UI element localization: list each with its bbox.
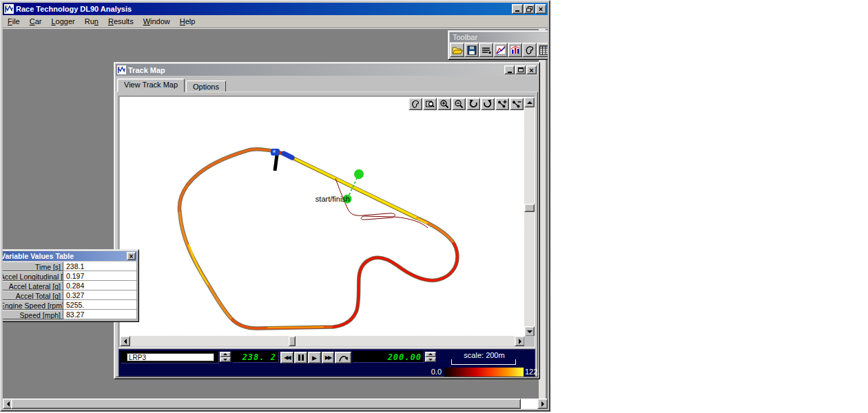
table-row: Accel Total [g]0.327 — [3, 290, 137, 300]
zoom-in-icon — [440, 99, 449, 109]
table-grid-icon — [539, 45, 548, 56]
track-outline — [179, 149, 457, 328]
menu-results[interactable]: Results — [103, 16, 138, 27]
rotate-ccw-button[interactable] — [466, 98, 480, 110]
save-button[interactable] — [464, 43, 479, 57]
track-shape-tool-button[interactable] — [409, 98, 422, 110]
toolbar-window-title: Toolbar — [453, 33, 477, 41]
row-label: Engine Speed [rpm] — [3, 300, 63, 310]
app-logo-icon — [4, 4, 14, 14]
row-value: 0.197 — [63, 271, 137, 281]
table-row: Time [s]238.1 — [3, 262, 137, 271]
scale-bracket — [451, 359, 516, 365]
speed-legend-gradient — [444, 368, 524, 377]
mdi-client-area: Toolbar Track Map × — [3, 29, 548, 401]
map-horizontal-scrollbar[interactable] — [120, 336, 525, 346]
menu-window[interactable]: Window — [138, 16, 175, 27]
start-finish-marker-top — [354, 169, 364, 179]
start-finish-label: start/finish — [316, 195, 350, 203]
map-scroll-left-button[interactable] — [120, 336, 130, 346]
time-lcd-display: 238. 2 — [232, 351, 279, 363]
table-row: Accel Lateral [g]0.284 — [3, 281, 137, 290]
track-map-title: Track Map — [128, 66, 165, 74]
app-horizontal-scrollbar[interactable] — [3, 399, 548, 409]
remove-node-icon — [512, 99, 521, 109]
tab-view-track-map[interactable]: View Track Map — [117, 78, 185, 92]
app-titlebar: Race Technology DL90 Analysis × — [3, 3, 548, 15]
track-shape-button[interactable] — [522, 43, 537, 57]
track-map-close-button[interactable]: × — [526, 65, 537, 74]
open-file-button[interactable] — [450, 43, 464, 57]
menu-logger[interactable]: Logger — [46, 16, 79, 27]
track-map-window-icon — [117, 65, 126, 74]
map-vertical-scrollbar[interactable] — [524, 97, 535, 337]
rewind-button[interactable]: ◀◀ — [280, 352, 293, 363]
track-map-maximize-button[interactable] — [515, 65, 526, 74]
map-vscroll-thumb[interactable] — [524, 204, 535, 212]
variable-values-table: Time [s]238.1 Accel Longitudinal [g]0.19… — [3, 262, 137, 319]
zoom-out-icon — [454, 99, 464, 109]
app-close-button[interactable]: × — [535, 4, 546, 14]
run-name-panel — [121, 351, 219, 363]
pause-button[interactable] — [294, 352, 307, 363]
variable-values-close-button[interactable]: × — [127, 252, 136, 260]
notes-button[interactable] — [479, 43, 493, 57]
variable-values-titlebar: Variable Values Table × — [3, 251, 137, 261]
range-spinner[interactable] — [425, 352, 436, 362]
app-restore-button[interactable] — [524, 4, 535, 14]
remove-node-button[interactable] — [510, 98, 524, 110]
fast-forward-button[interactable]: ▶▶ — [322, 352, 334, 363]
run-name-input[interactable] — [127, 353, 214, 361]
zoom-region-button[interactable] — [423, 98, 437, 110]
menu-help[interactable]: Help — [175, 16, 200, 27]
menu-bar: File Car Logger Run Results Window Help — [3, 15, 548, 28]
row-label: Accel Lateral [g] — [3, 281, 63, 290]
menu-car[interactable]: Car — [25, 16, 47, 27]
row-value: 83.27 — [63, 310, 137, 319]
row-value: 238.1 — [63, 262, 137, 271]
tab-options[interactable]: Options — [186, 81, 226, 92]
map-hscroll-thumb[interactable] — [289, 336, 296, 346]
map-scroll-up-button[interactable] — [524, 97, 535, 107]
legend-min-label: 0.0 — [414, 368, 442, 376]
scrollbar-corner — [524, 336, 535, 346]
map-canvas[interactable]: start/finish — [120, 97, 525, 337]
table-row: Engine Speed [rpm]5255. — [3, 300, 137, 310]
app-hscroll-thumb[interactable] — [11, 399, 521, 409]
play-button[interactable]: ▶ — [308, 352, 321, 363]
track-map-tabs: View Track Map Options — [117, 78, 226, 92]
table-grid-button[interactable] — [537, 43, 548, 57]
menu-file[interactable]: File — [3, 16, 25, 27]
track-map-minimize-button[interactable] — [504, 65, 515, 74]
zoom-out-button[interactable] — [452, 98, 466, 110]
xy-graph-button[interactable] — [493, 43, 508, 57]
add-node-button[interactable] — [495, 98, 509, 110]
rotate-ccw-icon — [468, 99, 478, 109]
row-value: 0.327 — [63, 290, 137, 300]
app-scroll-right-button[interactable] — [537, 399, 548, 409]
menu-run[interactable]: Run — [80, 16, 103, 27]
track-map-window: Track Map × View Track Map Options — [114, 62, 540, 379]
open-file-icon — [452, 45, 463, 56]
bar-chart-button[interactable] — [508, 43, 522, 57]
map-scroll-right-button[interactable] — [515, 336, 525, 346]
map-scroll-down-button[interactable] — [524, 326, 535, 337]
add-node-icon — [497, 99, 507, 109]
app-minimize-button[interactable] — [512, 4, 523, 14]
toolbar-window: Toolbar — [448, 30, 548, 60]
range-lcd-display: 200.00 — [353, 351, 424, 363]
play-icon: ▶ — [312, 354, 317, 361]
zoom-in-button[interactable] — [437, 98, 451, 110]
legend-max-label: 122. — [525, 368, 548, 376]
bar-chart-icon — [510, 45, 521, 56]
run-spinner[interactable] — [220, 352, 231, 362]
save-icon — [466, 45, 477, 56]
rotate-cw-button[interactable] — [481, 98, 495, 110]
track-shape-icon — [524, 45, 535, 56]
map-toolbar — [409, 98, 524, 110]
row-value: 0.284 — [63, 281, 137, 290]
trace-tool-button[interactable] — [335, 352, 351, 363]
row-label: Accel Total [g] — [3, 290, 63, 300]
row-value: 5255. — [63, 300, 137, 310]
variable-values-title: Variable Values Table — [3, 252, 74, 260]
